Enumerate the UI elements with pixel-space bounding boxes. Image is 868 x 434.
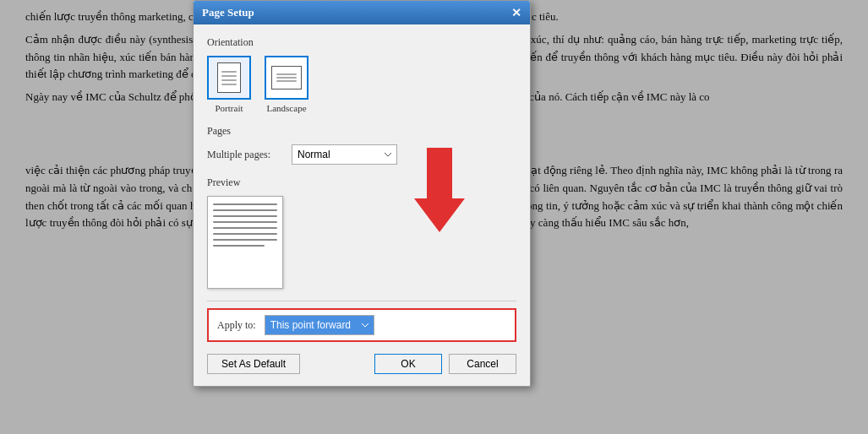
dialog-title: Page Setup bbox=[202, 6, 254, 19]
arrow-annotation bbox=[414, 148, 465, 232]
preview-line-3 bbox=[213, 215, 277, 217]
portrait-line-2 bbox=[221, 75, 237, 77]
red-arrow bbox=[414, 148, 465, 232]
arrow-shaft bbox=[427, 148, 452, 198]
orientation-label: Orientation bbox=[207, 36, 516, 49]
preview-line-6 bbox=[213, 233, 277, 235]
landscape-line-3 bbox=[276, 80, 297, 82]
preview-line-5 bbox=[213, 227, 277, 229]
dialog-titlebar: Page Setup ✕ bbox=[194, 1, 530, 24]
apply-section: Apply to: This point forward Whole docum… bbox=[207, 308, 516, 342]
multiple-pages-label: Multiple pages: bbox=[207, 149, 283, 161]
pages-section: Pages Multiple pages: Normal Mirror marg… bbox=[207, 125, 516, 165]
multiple-pages-row: Multiple pages: Normal Mirror margins 2 … bbox=[207, 144, 516, 165]
portrait-icon bbox=[217, 62, 241, 93]
portrait-line-1 bbox=[221, 71, 237, 73]
portrait-option[interactable]: Portrait bbox=[207, 56, 251, 113]
cancel-button[interactable]: Cancel bbox=[449, 354, 516, 374]
preview-line-7 bbox=[213, 239, 277, 241]
portrait-line-3 bbox=[221, 79, 237, 81]
preview-line-4 bbox=[213, 221, 277, 223]
portrait-button[interactable] bbox=[207, 56, 251, 100]
landscape-line-2 bbox=[276, 77, 297, 79]
preview-line-2 bbox=[213, 209, 277, 211]
portrait-line-4 bbox=[221, 84, 237, 85]
landscape-label: Landscape bbox=[266, 103, 306, 113]
preview-line-1 bbox=[213, 203, 277, 205]
page-setup-dialog: Page Setup ✕ Orientation Portr bbox=[193, 0, 531, 387]
preview-label: Preview bbox=[207, 176, 516, 189]
ok-cancel-group: OK Cancel bbox=[374, 354, 516, 374]
apply-label: Apply to: bbox=[217, 319, 256, 332]
preview-box bbox=[207, 196, 283, 289]
apply-select[interactable]: This point forward Whole document This s… bbox=[265, 315, 374, 335]
orientation-row: Portrait Landscape bbox=[207, 56, 516, 113]
ok-button[interactable]: OK bbox=[374, 354, 442, 374]
dialog-divider bbox=[207, 301, 516, 301]
preview-line-8 bbox=[213, 245, 265, 247]
landscape-button[interactable] bbox=[265, 56, 308, 100]
dialog-buttons: Set As Default OK Cancel bbox=[207, 350, 516, 377]
dialog-body: Orientation Portrait bbox=[194, 24, 530, 386]
preview-section: Preview bbox=[207, 176, 516, 289]
set-default-button[interactable]: Set As Default bbox=[207, 354, 300, 374]
multiple-pages-select[interactable]: Normal Mirror margins 2 pages per sheet … bbox=[292, 144, 397, 165]
landscape-line-1 bbox=[276, 73, 297, 75]
pages-label: Pages bbox=[207, 125, 516, 138]
landscape-option[interactable]: Landscape bbox=[265, 56, 308, 113]
portrait-label: Portrait bbox=[216, 103, 243, 113]
landscape-icon bbox=[271, 66, 302, 90]
arrow-head bbox=[414, 198, 465, 232]
modal-overlay: Page Setup ✕ Orientation Portr bbox=[0, 0, 868, 434]
dialog-close-button[interactable]: ✕ bbox=[511, 6, 521, 19]
